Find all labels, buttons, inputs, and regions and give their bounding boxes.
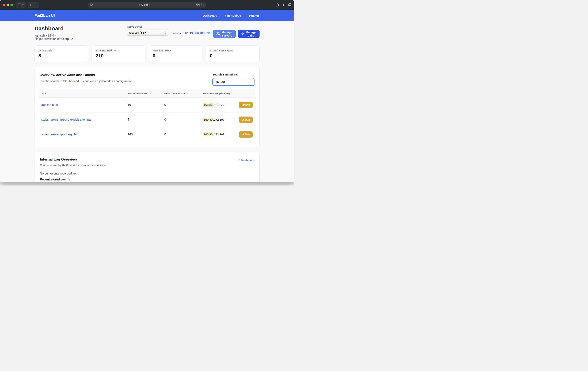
table-header-row: Jail Total Banned New Last Hour Banned I… xyxy=(39,90,255,98)
minimize-window-button[interactable] xyxy=(7,4,9,6)
nav-link-dashboard[interactable]: Dashboard xyxy=(203,14,217,17)
col-header-jail: Jail xyxy=(39,90,125,98)
stat-label: Total Banned IPs xyxy=(95,49,141,52)
text-caret xyxy=(225,80,225,84)
svg-text:文: 文 xyxy=(199,4,200,6)
total-banned-cell: 19 xyxy=(125,98,162,112)
stat-value: 0 xyxy=(153,53,199,59)
stat-value: 8 xyxy=(38,53,84,59)
table-row: apache-auth 19 0 160.30.113.129 Unban xyxy=(39,98,255,112)
active-server-value: test-ssh (SSH) xyxy=(129,31,165,34)
stat-card-new-last-hour: New Last Hour 0 xyxy=(149,45,202,62)
jail-link[interactable]: swissmakers-apache-exploit-attempts xyxy=(41,118,91,121)
manage-servers-label: Manage Servers xyxy=(221,31,232,37)
ip-rest: .113.129 xyxy=(213,103,224,107)
stat-cards: Active Jails 8 Total Banned IPs 210 New … xyxy=(34,45,260,62)
new-last-hour-cell: 0 xyxy=(162,98,201,112)
col-header-total-banned: Total Banned xyxy=(125,90,162,98)
chevron-down-icon xyxy=(22,4,24,5)
overview-title: Overview active Jails and Blocks xyxy=(40,73,133,77)
forward-button[interactable]: › xyxy=(33,3,39,7)
unban-button[interactable]: Unban xyxy=(239,117,253,123)
total-banned-cell: 143 xyxy=(125,127,162,142)
manage-servers-button[interactable]: Manage Servers xyxy=(213,30,236,38)
ip-highlight: 160.30 xyxy=(203,118,213,121)
page-settings-icon[interactable] xyxy=(90,3,93,6)
nav-link-settings[interactable]: Settings xyxy=(249,14,260,17)
internal-log-panel: Internal Log Overview Events stored by F… xyxy=(34,152,260,182)
table-row: swissmakers-apache-exploit-attempts 7 0 … xyxy=(39,112,255,127)
manage-jails-button[interactable]: ⚙ Manage Jails xyxy=(238,30,260,38)
select-stepper-icon xyxy=(165,31,167,34)
stat-value: 210 xyxy=(95,53,141,59)
app-navbar: Fail2ban UI Dashboard Filter Debug Setti… xyxy=(0,10,294,21)
no-ban-events-text: No ban events recorded yet. xyxy=(40,172,254,175)
jail-link[interactable]: apache-auth xyxy=(41,103,58,107)
jails-table: Jail Total Banned New Last Hour Banned I… xyxy=(39,90,255,142)
table-row: swissmakers-apache-global 143 0 160.30.1… xyxy=(39,127,255,142)
reload-icon[interactable] xyxy=(201,3,204,6)
traffic-lights xyxy=(3,4,13,6)
url-text[interactable]: 127.0.0.1 xyxy=(93,3,196,6)
page-subtitle: test-ssh • SSH • rlinfp02.swissmakers.co… xyxy=(34,34,78,41)
translate-icon[interactable]: A 文 xyxy=(196,3,200,6)
banned-ip: 160.30.172.107 xyxy=(203,133,224,136)
recent-stored-events-title: Recent stored events xyxy=(40,178,254,181)
tab-overview-icon[interactable] xyxy=(288,3,291,6)
active-server-label: Active Server xyxy=(127,25,168,28)
external-ip-label: Your ext. IP: xyxy=(173,32,189,35)
stat-card-active-jails: Active Jails 8 xyxy=(34,45,88,62)
browser-window: ‹ › 127.0.0.1 A 文 xyxy=(0,0,294,182)
back-button[interactable]: ‹ xyxy=(28,3,33,7)
gear-icon: ⚙ xyxy=(241,32,244,35)
share-icon[interactable] xyxy=(276,3,279,7)
page-content: Dashboard test-ssh • SSH • rlinfp02.swis… xyxy=(0,21,294,182)
active-server-select[interactable]: test-ssh (SSH) xyxy=(127,29,168,36)
history-nav: ‹ › xyxy=(28,2,39,8)
close-window-button[interactable] xyxy=(3,4,5,6)
sidebar-icon xyxy=(18,3,21,6)
browser-titlebar: ‹ › 127.0.0.1 A 文 xyxy=(0,0,294,10)
zoom-window-button[interactable] xyxy=(10,4,13,6)
dashboard-header: Dashboard test-ssh • SSH • rlinfp02.swis… xyxy=(34,25,260,41)
jail-link[interactable]: swissmakers-apache-global xyxy=(41,133,78,136)
banned-ip: 160.30.172.107 xyxy=(203,118,224,121)
sitemap-icon xyxy=(216,32,220,35)
col-header-new-last-hour: New Last Hour xyxy=(162,90,201,98)
stat-label: Active Jails xyxy=(38,49,84,52)
sidebar-toggle-button[interactable] xyxy=(16,2,26,8)
overview-subtitle: Use the search to filter banned IPs and … xyxy=(40,79,133,83)
stat-card-total-banned: Total Banned IPs 210 xyxy=(92,45,145,62)
log-subtitle: Events stored by Fail2ban-UI across all … xyxy=(40,164,106,167)
new-last-hour-cell: 0 xyxy=(162,112,201,127)
jails-overview-panel: Overview active Jails and Blocks Use the… xyxy=(34,67,260,147)
manage-jails-label: Manage Jails xyxy=(246,31,256,37)
address-bar[interactable]: 127.0.0.1 A 文 xyxy=(88,2,206,8)
stat-label: New Last Hour xyxy=(153,49,199,52)
new-tab-icon[interactable] xyxy=(282,3,285,6)
ip-rest: .172.107 xyxy=(213,118,224,121)
brand-title: Fail2ban UI xyxy=(34,13,55,18)
total-banned-cell: 7 xyxy=(125,112,162,127)
search-banned-ips-input[interactable]: 160.30 xyxy=(212,78,254,86)
new-last-hour-cell: 0 xyxy=(162,127,201,142)
log-title: Internal Log Overview xyxy=(40,157,106,162)
banned-ip: 160.30.113.129 xyxy=(203,103,224,107)
col-header-banned-ips: Banned IPs (Unban) xyxy=(201,90,255,98)
search-banned-ips-label: Search Banned IPs xyxy=(212,73,254,76)
search-input-value: 160.30 xyxy=(215,80,225,84)
nav-link-filter-debug[interactable]: Filter Debug xyxy=(225,14,241,17)
unban-button[interactable]: Unban xyxy=(239,131,253,138)
stat-label: Stored Ban Events xyxy=(210,49,256,52)
stat-value: 0 xyxy=(210,53,256,59)
ip-highlight: 160.30 xyxy=(203,132,213,136)
ip-rest: .172.107 xyxy=(213,133,224,136)
external-ip: Your ext. IP: 194.88.100.134 xyxy=(173,32,210,35)
page-title: Dashboard xyxy=(34,25,78,32)
external-ip-value[interactable]: 194.88.100.134 xyxy=(189,32,210,35)
unban-button[interactable]: Unban xyxy=(239,102,253,108)
stat-card-stored-ban-events: Stored Ban Events 0 xyxy=(206,45,260,62)
refresh-data-link[interactable]: Refresh data xyxy=(238,158,254,162)
ip-highlight: 160.30 xyxy=(203,103,213,107)
